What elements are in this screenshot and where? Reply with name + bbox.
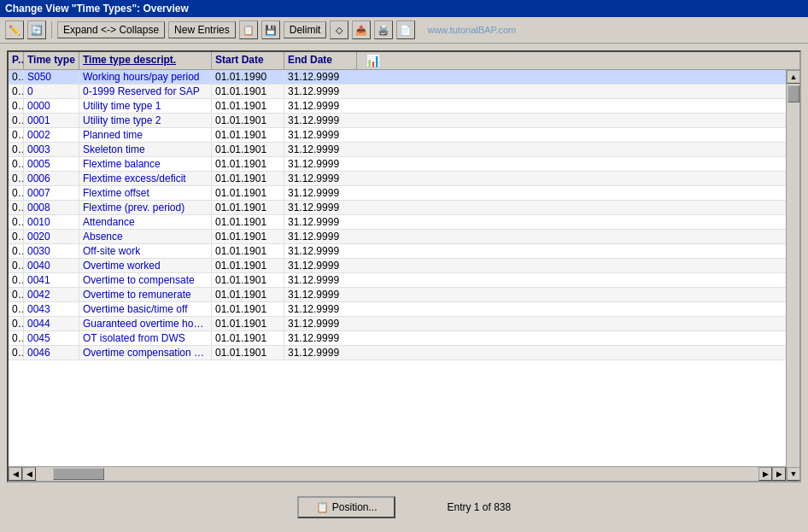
table-cell: 01 [9, 273, 24, 287]
table-row[interactable]: 010005Flextime balance01.01.190131.12.99… [9, 157, 786, 172]
window-title: Change View "Time Types": Overview [5, 3, 189, 15]
v-scrollbar-track[interactable] [787, 84, 799, 467]
table-cell: 31.12.9999 [284, 143, 357, 156]
table-cell: 01 [9, 230, 24, 243]
v-scrollbar: ▲ ▼ [786, 70, 799, 481]
table-cell: 0 [24, 85, 79, 98]
table-cell: Flextime balance [79, 157, 212, 171]
table-cell: Overtime worked [79, 259, 212, 272]
table-cell: 31.12.9999 [284, 215, 357, 229]
h-scrollbar-track[interactable] [36, 467, 758, 481]
table-cell: Flextime offset [79, 186, 212, 200]
table-cell: 01 [9, 85, 24, 98]
table-cell: 0020 [24, 230, 79, 243]
table-cell: 0003 [24, 143, 79, 156]
toolbar-copy-btn[interactable]: 📋 [239, 20, 258, 39]
table-cell: 0000 [24, 99, 79, 113]
table-row[interactable]: 010000Utility time type 101.01.190131.12… [9, 99, 786, 114]
position-button[interactable]: 📋 Position... [297, 496, 396, 518]
table-cell: 31.12.9999 [284, 128, 357, 142]
new-entries-button[interactable]: New Entries [168, 21, 236, 38]
table-cell: 01 [9, 114, 24, 127]
table-cell: 01 [9, 317, 24, 330]
position-label: Position... [332, 501, 378, 513]
table-cell: 31.12.9999 [284, 273, 357, 287]
v-scrollbar-thumb[interactable] [788, 85, 799, 102]
title-bar: Change View "Time Types": Overview [0, 0, 808, 17]
table-cell: 0010 [24, 215, 79, 229]
table-cell: 01 [9, 70, 24, 84]
table-row[interactable]: 010041Overtime to compensate01.01.190131… [9, 273, 786, 288]
table-cell: 01 [9, 302, 24, 316]
v-scroll-down[interactable]: ▼ [787, 467, 799, 481]
table-row[interactable]: 010045OT isolated from DWS01.01.190131.1… [9, 331, 786, 346]
table-cell: 01.01.1901 [212, 331, 284, 345]
table-row[interactable]: 010010Attendance01.01.190131.12.9999 [9, 215, 786, 230]
toolbar-icon-btn-6[interactable]: 📄 [396, 20, 415, 39]
table-cell: 31.12.9999 [284, 244, 357, 258]
table-cell: Planned time [79, 128, 212, 142]
col-header-start-date[interactable]: Start Date [212, 52, 284, 69]
table-body[interactable]: 01S050Working hours/pay period01.01.1990… [9, 70, 786, 466]
toolbar-icon-btn-3[interactable]: ◇ [330, 20, 348, 39]
table-cell: 01.01.1901 [212, 288, 284, 301]
h-scroll-right2[interactable]: ▶ [772, 467, 786, 481]
col-header-time-type[interactable]: Time type [24, 52, 79, 69]
h-scroll-right[interactable]: ▶ [758, 467, 772, 481]
table-row[interactable]: 0100-1999 Reserved for SAP01.01.190131.1… [9, 85, 786, 99]
toolbar-sep-1 [51, 21, 52, 38]
toolbar-icon-btn-5[interactable]: 🖨️ [374, 20, 393, 39]
table-row[interactable]: 010001Utility time type 201.01.190131.12… [9, 114, 786, 128]
table-cell: 0042 [24, 288, 79, 301]
h-scrollbar-thumb[interactable] [53, 468, 104, 480]
table-row[interactable]: 010002Planned time01.01.190131.12.9999 [9, 128, 786, 143]
h-scroll-left[interactable]: ◀ [9, 467, 22, 481]
toolbar-icon-btn-1[interactable]: ✏️ [5, 20, 24, 39]
table-row[interactable]: 010006Flextime excess/deficit01.01.19013… [9, 172, 786, 186]
table-scroll-wrapper: 01S050Working hours/pay period01.01.1990… [9, 70, 799, 481]
table-container: P.. Time type Time type descript. Start … [7, 50, 801, 482]
h-scroll-left2[interactable]: ◀ [22, 467, 36, 481]
toolbar-icon-btn-2[interactable]: 🔄 [27, 20, 46, 39]
table-row[interactable]: 010030Off-site work01.01.190131.12.9999 [9, 244, 786, 259]
v-scroll-up[interactable]: ▲ [787, 70, 799, 84]
table-cell: 01.01.1901 [212, 215, 284, 229]
table-cell: 01.01.1901 [212, 317, 284, 330]
table-cell: 31.12.9999 [284, 186, 357, 200]
table-cell: Guaranteed overtime hours [79, 317, 212, 330]
expand-collapse-button[interactable]: Expand <-> Collapse [57, 21, 165, 38]
table-cell: 31.12.9999 [284, 85, 357, 98]
col-header-end-date[interactable]: End Date [284, 52, 357, 69]
table-cell: 31.12.9999 [284, 157, 357, 171]
table-cell: 0008 [24, 201, 79, 214]
table-cell: 31.12.9999 [284, 114, 357, 127]
table-row[interactable]: 010044Guaranteed overtime hours01.01.190… [9, 317, 786, 331]
col-header-p[interactable]: P.. [9, 52, 24, 69]
toolbar-save-btn[interactable]: 💾 [261, 20, 280, 39]
table-row[interactable]: 010040Overtime worked01.01.190131.12.999… [9, 259, 786, 273]
position-icon: 📋 [316, 501, 329, 513]
col-header-icon[interactable]: 📊 [357, 52, 388, 69]
h-scrollbar: ◀ ◀ ▶ ▶ [9, 466, 786, 481]
table-cell: 01 [9, 215, 24, 229]
table-cell: Overtime to remunerate [79, 288, 212, 301]
table-row[interactable]: 01S050Working hours/pay period01.01.1990… [9, 70, 786, 85]
table-row[interactable]: 010007Flextime offset01.01.190131.12.999… [9, 186, 786, 201]
table-cell: 01.01.1901 [212, 143, 284, 156]
col-header-description[interactable]: Time type descript. [79, 52, 212, 69]
table-cell: Utility time type 1 [79, 99, 212, 113]
table-row[interactable]: 010008Flextime (prev. period)01.01.19013… [9, 201, 786, 215]
table-row[interactable]: 010020Absence01.01.190131.12.9999 [9, 230, 786, 244]
entry-info: Entry 1 of 838 [447, 501, 511, 513]
delimit-button[interactable]: Delimit [284, 21, 327, 38]
toolbar-icon-btn-4[interactable]: 📤 [352, 20, 371, 39]
table-cell: 01.01.1901 [212, 172, 284, 185]
table-row[interactable]: 010046Overtime compensation day01.01.190… [9, 346, 786, 360]
table-row[interactable]: 010042Overtime to remunerate01.01.190131… [9, 288, 786, 302]
table-row[interactable]: 010043Overtime basic/time off01.01.19013… [9, 302, 786, 317]
table-row[interactable]: 010003Skeleton time01.01.190131.12.9999 [9, 143, 786, 157]
table-cell: 0044 [24, 317, 79, 330]
table-cell: Off-site work [79, 244, 212, 258]
table-cell: S050 [24, 70, 79, 84]
table-cell: 0046 [24, 346, 79, 360]
